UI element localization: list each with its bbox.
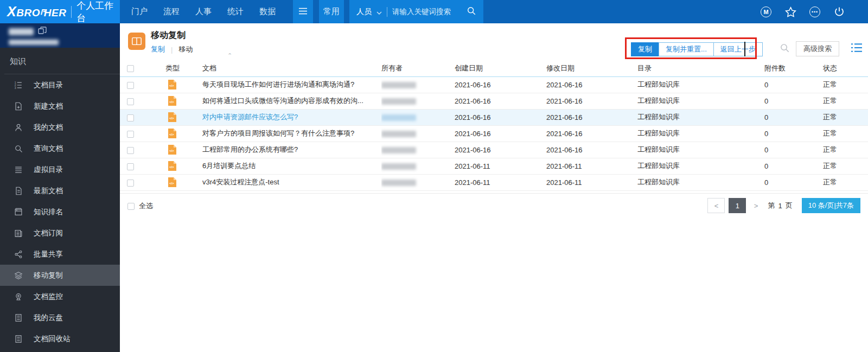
- rank-box-icon: [14, 207, 24, 217]
- row-checkbox[interactable]: [127, 114, 134, 121]
- search-input[interactable]: 请输入关键词搜索: [392, 7, 462, 17]
- select-all-checkbox[interactable]: [127, 203, 135, 210]
- tab-copy[interactable]: 复制: [151, 44, 165, 54]
- topnav-item-portal[interactable]: 门户: [131, 7, 148, 17]
- sidebar-item-doc-monitor[interactable]: 文档监控: [0, 286, 120, 307]
- new-document-icon: [14, 101, 24, 112]
- document-title[interactable]: 每天项目现场工作如何进行进场沟通和离场沟通?: [202, 80, 354, 88]
- document-title[interactable]: v3r4安装过程注意点-test: [202, 178, 279, 186]
- svg-text:</>: </>: [169, 100, 174, 104]
- apps-menu-button[interactable]: [293, 0, 313, 23]
- document-title[interactable]: 6月培训要点总结: [202, 162, 256, 170]
- sidebar-item-batch-share[interactable]: 批量共享: [0, 244, 120, 265]
- sidebar-item-move-copy[interactable]: 移动复制: [0, 265, 120, 286]
- switch-account-icon[interactable]: [38, 27, 47, 37]
- topnav-item-stats[interactable]: 统计: [227, 7, 244, 17]
- row-checkbox[interactable]: [127, 147, 134, 154]
- prev-page-button[interactable]: <: [707, 198, 725, 213]
- document-title[interactable]: 对内申请资源邮件应该怎么写?: [202, 113, 298, 121]
- sidebar-user-band[interactable]: [0, 23, 120, 48]
- sidebar-item-doc-catalog[interactable]: 123文档目录: [0, 74, 120, 95]
- recycle-doc-icon: [14, 334, 24, 344]
- collapse-caret-icon[interactable]: ⌃: [227, 52, 232, 59]
- frequent-menu-button[interactable]: 常用: [319, 0, 344, 23]
- numbered-list-icon: 123: [14, 80, 24, 91]
- main-content: 移动复制 复制|移动 ⌃ 复制复制并重置...返回上一步 高级搜索: [120, 23, 868, 352]
- sidebar-item-my-cloud[interactable]: 我的云盘: [0, 307, 120, 328]
- search-icon[interactable]: [780, 43, 790, 55]
- table-row[interactable]: </>如何将通过口头或微信等沟通的内容形成有效的沟...2021-06-1620…: [120, 93, 868, 109]
- sidebar-item-label: 虚拟目录: [34, 165, 63, 175]
- document-table: 类型文档所有者创建日期修改日期目录附件数状态 </>每天项目现场工作如何进行进场…: [120, 60, 868, 191]
- html-file-icon: </>: [168, 161, 176, 171]
- modified-date: 2021-06-16: [546, 81, 583, 89]
- topnav-item-data[interactable]: 数据: [259, 7, 276, 17]
- owner-redacted: [381, 131, 416, 137]
- tab-move[interactable]: 移动: [178, 44, 193, 54]
- sidebar: 知识 123文档目录新建文档我的文档查询文档虚拟目录最新文档知识排名文档订阅批量…: [0, 23, 120, 352]
- header-checkbox[interactable]: [127, 65, 134, 72]
- favorites-star-icon[interactable]: [784, 6, 796, 18]
- document-title[interactable]: 对客户方的项目周报该如何写？有什么注意事项?: [202, 129, 354, 137]
- table-row[interactable]: </>v3r4安装过程注意点-test2021-06-112021-06-11工…: [120, 174, 868, 190]
- next-page-button[interactable]: >: [750, 198, 762, 213]
- page-number-input[interactable]: 1: [778, 202, 782, 210]
- copy-reset-button[interactable]: 复制并重置...: [659, 42, 714, 56]
- owner-redacted: [381, 82, 416, 88]
- row-checkbox[interactable]: [127, 131, 134, 138]
- svg-text:</>: </>: [169, 133, 174, 136]
- table-row[interactable]: </>6月培训要点总结2021-06-112021-06-11工程部知识库0正常: [120, 158, 868, 174]
- message-icon[interactable]: M: [760, 6, 772, 18]
- more-options-icon[interactable]: ⋯: [809, 6, 821, 18]
- created-date: 2021-06-16: [455, 113, 491, 121]
- sidebar-item-virtual-catalog[interactable]: 虚拟目录: [0, 159, 120, 180]
- row-checkbox[interactable]: [127, 82, 134, 89]
- column-header: 文档: [202, 60, 381, 76]
- attachment-count: 0: [764, 113, 768, 121]
- modified-date: 2021-06-11: [546, 178, 582, 187]
- svg-text:</>: </>: [169, 117, 174, 120]
- sidebar-item-my-docs[interactable]: 我的文档: [0, 117, 120, 138]
- advanced-search-button[interactable]: 高级搜索: [796, 41, 839, 56]
- brand-text: XBRO⸁HER: [7, 4, 66, 20]
- sidebar-item-doc-subscribe[interactable]: 文档订阅: [0, 222, 120, 244]
- advanced-search-area: 高级搜索: [780, 41, 839, 56]
- sidebar-item-knowledge-rank[interactable]: 知识排名: [0, 201, 120, 222]
- go-back-button[interactable]: 返回上一步: [713, 42, 763, 56]
- search-icon[interactable]: [467, 6, 476, 18]
- sidebar-menu: 123文档目录新建文档我的文档查询文档虚拟目录最新文档知识排名文档订阅批量共享移…: [0, 74, 120, 349]
- directory: 工程部知识库: [637, 129, 680, 137]
- page-subtabs: 复制|移动: [151, 44, 193, 54]
- modified-date: 2021-06-16: [546, 97, 583, 105]
- webcam-icon: [14, 291, 24, 302]
- logout-power-icon[interactable]: [833, 6, 845, 18]
- sidebar-item-new-doc[interactable]: 新建文档: [0, 95, 120, 117]
- directory: 工程部知识库: [637, 80, 680, 88]
- page-size-badge[interactable]: 10 条/页|共7条: [802, 198, 860, 213]
- display-settings-icon[interactable]: [851, 43, 863, 55]
- brand-logo[interactable]: XBRO⸁HER 个人工作台: [0, 0, 120, 23]
- table-row[interactable]: </>工程部常用的办公系统有哪些?2021-06-162021-06-16工程部…: [120, 142, 868, 158]
- status: 正常: [823, 97, 837, 105]
- table-row[interactable]: </>对客户方的项目周报该如何写？有什么注意事项?2021-06-162021-…: [120, 125, 868, 142]
- search-scope-select[interactable]: 人员: [356, 7, 372, 17]
- sidebar-item-latest-docs[interactable]: 最新文档: [0, 180, 120, 201]
- svg-text:</>: </>: [169, 84, 174, 87]
- row-checkbox[interactable]: [127, 163, 134, 170]
- table-row[interactable]: </>对内申请资源邮件应该怎么写?2021-06-162021-06-16工程部…: [120, 109, 868, 125]
- chevron-down-icon[interactable]: [376, 7, 382, 17]
- row-checkbox[interactable]: [127, 180, 134, 187]
- topnav-item-process[interactable]: 流程: [163, 7, 180, 17]
- table-row[interactable]: </>每天项目现场工作如何进行进场沟通和离场沟通?2021-06-162021-…: [120, 76, 868, 93]
- sidebar-item-search-docs[interactable]: 查询文档: [0, 138, 120, 159]
- row-checkbox[interactable]: [127, 98, 134, 105]
- document-title[interactable]: 如何将通过口头或微信等沟通的内容形成有效的沟...: [202, 97, 363, 105]
- topnav-item-hr[interactable]: 人事: [195, 7, 212, 17]
- owner-redacted: [381, 180, 416, 186]
- copy-button[interactable]: 复制: [631, 42, 659, 56]
- document-title[interactable]: 工程部常用的办公系统有哪些?: [202, 145, 298, 153]
- sidebar-item-doc-recycle[interactable]: 文档回收站: [0, 328, 120, 349]
- current-page-button[interactable]: 1: [729, 198, 746, 213]
- document-icon: [14, 185, 24, 196]
- pagination: < 1 > 第 1 页 10 条/页|共7条: [707, 198, 860, 213]
